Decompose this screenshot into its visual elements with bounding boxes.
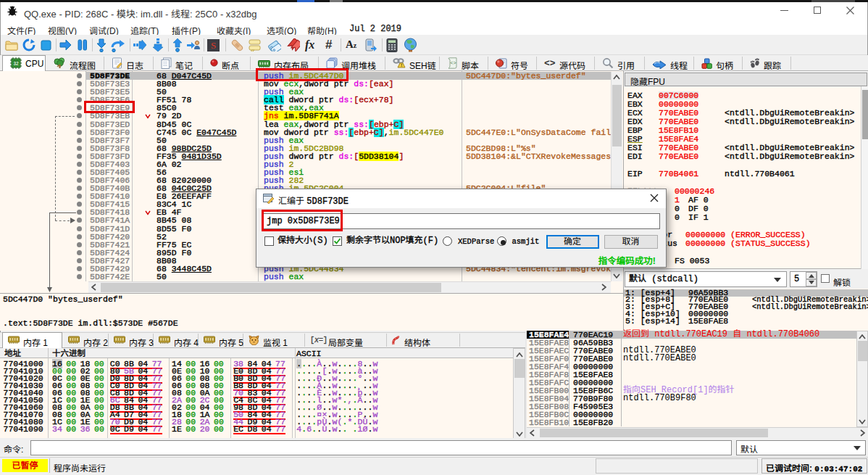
svg-text:32: 32: [13, 61, 19, 66]
svg-text:!: !: [401, 63, 402, 67]
svg-text:<>: <>: [450, 60, 456, 66]
svg-text:S: S: [211, 40, 216, 51]
